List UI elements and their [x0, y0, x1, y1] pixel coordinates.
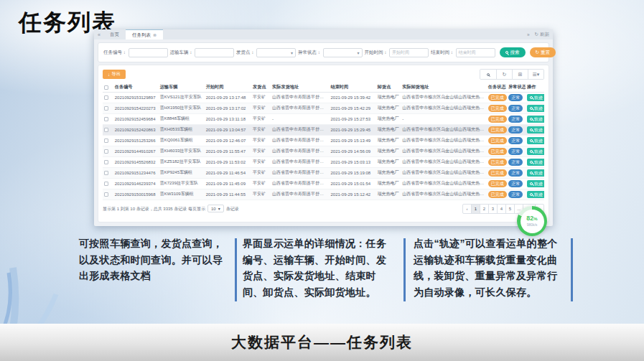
- status-badge: 已完成: [488, 148, 507, 155]
- gauge-value: 82%: [526, 215, 537, 222]
- status-badge: 已完成: [488, 137, 507, 144]
- columns-menu-icon[interactable]: ☰▾: [528, 70, 543, 79]
- note-detail-text: 界面显示运单的详细情况：任务编号、运输车辆、开始时间、发货点、实际发货地址、结束…: [243, 235, 395, 301]
- tab-task-list-label: 任务列表: [132, 30, 151, 40]
- table-row: 20210929144910267晋KH6033挂平安车队2021-09-29 …: [103, 146, 544, 156]
- column-header: 实际卸货地址: [401, 83, 487, 92]
- refresh-icon: ↻: [535, 32, 538, 37]
- vehicle-input[interactable]: [195, 48, 234, 57]
- abnormal-badge: 正常: [508, 126, 523, 133]
- divider: [403, 238, 406, 301]
- table-row: 20210929146239374晋K7239挂平安车队2021-09-29 1…: [103, 178, 544, 189]
- status-badge: 已完成: [488, 126, 507, 133]
- download-icon: ↓: [108, 72, 110, 77]
- status-badge: 已完成: [488, 94, 507, 101]
- track-button[interactable]: 轨迹: [527, 191, 544, 198]
- network-gauge[interactable]: 82% 980k/s: [517, 206, 547, 236]
- page-size-value: 10: [211, 207, 216, 211]
- note-detail: 界面显示运单的详细情况：任务编号、运输车辆、开始时间、发货点、实际发货地址、结束…: [243, 235, 395, 301]
- table-footer: 显示第 1 到第 10 条记录，总共 3335 条记录 每页显示10▾条记录 ‹…: [98, 200, 549, 217]
- table-head-row: 任务编号运输车辆开始时间发货点实际发货地址结束时间卸货点实际卸货地址任务状态异常…: [103, 83, 544, 92]
- column-header: 运输车辆: [159, 83, 205, 92]
- search-icon: [530, 118, 533, 121]
- gauge-subtext: 980k/s: [527, 222, 538, 227]
- status-badge: 已完成: [488, 105, 507, 112]
- column-header: 实际发货地址: [271, 83, 329, 92]
- expand-right-icon[interactable]: »: [527, 32, 530, 37]
- track-button[interactable]: 轨迹: [527, 159, 544, 166]
- search-icon: [530, 139, 533, 142]
- search-icon: [505, 51, 508, 54]
- toggle-view-icon[interactable]: ⊞: [512, 70, 528, 79]
- page-size-select[interactable]: 10▾: [207, 205, 224, 212]
- start-time-label: 开始时间：: [365, 50, 388, 56]
- table-row: 20210929152420863晋KH0533车辆组2021-09-29 13…: [103, 124, 544, 135]
- refresh-link[interactable]: ↻ 刷新: [535, 32, 549, 38]
- reset-icon: ↻: [536, 50, 539, 55]
- track-button[interactable]: 轨迹: [527, 116, 544, 123]
- track-button[interactable]: 轨迹: [527, 169, 544, 177]
- table-body: 20210929153129897晋KVS121挂平安车队2021-09-29 …: [103, 92, 544, 200]
- table-refresh-icon[interactable]: ↻: [496, 70, 512, 79]
- start-time-input[interactable]: 开始时间: [389, 48, 429, 57]
- column-header: 任务编号: [113, 83, 159, 92]
- end-time-label: 结束时间：: [431, 50, 454, 56]
- abnormal-badge: 正常: [508, 116, 523, 123]
- vehicle-label: 运输车辆：: [170, 50, 194, 56]
- search-icon: [530, 107, 533, 110]
- search-button[interactable]: 搜索: [500, 47, 526, 57]
- select-all-checkbox[interactable]: [104, 85, 108, 90]
- row-checkbox[interactable]: [104, 192, 108, 197]
- footer-banner: 大数据平台——任务列表: [0, 324, 644, 361]
- table-search-icon[interactable]: [480, 70, 496, 79]
- row-checkbox[interactable]: [104, 171, 108, 175]
- abnormal-select[interactable]: ▾: [323, 48, 363, 57]
- row-checkbox[interactable]: [104, 160, 108, 164]
- end-time-input[interactable]: 结束时间: [456, 48, 495, 57]
- origin-select[interactable]: ▾: [256, 48, 296, 57]
- search-button-label: 搜索: [510, 50, 520, 56]
- collapse-left-icon[interactable]: «: [98, 32, 101, 37]
- task-no-input[interactable]: [129, 48, 168, 57]
- track-button[interactable]: 轨迹: [527, 126, 544, 133]
- status-badge: 已完成: [488, 169, 507, 177]
- tab-task-list[interactable]: 任务列表 ⊗: [126, 29, 163, 39]
- status-badge: 已完成: [488, 116, 507, 123]
- table-row: 20210929152459684晋K8848车辆组2021-09-29 13:…: [103, 113, 544, 124]
- abnormal-label: 异常状态：: [298, 50, 322, 56]
- note-query: 可按照车辆查询，发货点查询，以及状态和时间查询。并可以导出形成表格文档: [79, 235, 227, 284]
- row-checkbox[interactable]: [104, 182, 108, 186]
- row-checkbox[interactable]: [104, 139, 108, 143]
- track-button[interactable]: 轨迹: [527, 148, 544, 155]
- column-header: 操作: [526, 83, 544, 92]
- track-button[interactable]: 轨迹: [527, 137, 544, 144]
- track-button[interactable]: 轨迹: [527, 94, 544, 101]
- note-query-text: 可按照车辆查询，发货点查询，以及状态和时间查询。并可以导出形成表格文档: [79, 235, 227, 284]
- export-button[interactable]: ↓ 导出: [103, 70, 126, 79]
- table-card: ↓ 导出 ↻ ⊞ ☰▾ 任务编号运输车辆开始时间发货点实际发货地址结束时间卸货点…: [98, 65, 549, 222]
- status-badge: 已完成: [488, 159, 507, 166]
- row-checkbox[interactable]: [104, 117, 108, 121]
- status-badge: 已完成: [488, 180, 507, 187]
- track-button[interactable]: 轨迹: [527, 105, 544, 112]
- abnormal-badge: 正常: [508, 180, 523, 187]
- table-row: 20210929153129897晋KVS121挂平安车队2021-09-29 …: [103, 92, 544, 103]
- close-tab-icon[interactable]: ⊗: [153, 30, 157, 40]
- row-checkbox[interactable]: [104, 106, 108, 111]
- record-summary-text: 显示第 1 到第 10 条记录，总共 3335 条记录 每页显示: [103, 207, 205, 211]
- table-row: 20210929145526832晋KZ5182挂平安车队2021-09-29 …: [103, 156, 544, 167]
- divider: [235, 238, 237, 301]
- tab-home[interactable]: 首页: [103, 29, 126, 39]
- abnormal-badge: 正常: [508, 191, 523, 198]
- table-toolbar: ↓ 导出 ↻ ⊞ ☰▾: [98, 65, 549, 83]
- track-button[interactable]: 轨迹: [527, 180, 544, 187]
- app-screenshot: « 首页 任务列表 ⊗ » ↻ 刷新 任务编号： 运输车辆： 发货点： ▾ 异常…: [94, 29, 553, 226]
- row-checkbox[interactable]: [104, 149, 108, 154]
- row-checkbox[interactable]: [104, 95, 108, 100]
- row-checkbox[interactable]: [104, 128, 108, 132]
- chevron-down-icon: ▾: [218, 206, 220, 211]
- search-icon: [530, 96, 533, 99]
- reset-button[interactable]: ↻ 重置: [530, 47, 556, 57]
- slide: 任务列表 « 首页 任务列表 ⊗ » ↻ 刷新 任务编号： 运输车辆： 发货点：: [0, 0, 644, 361]
- column-header: 异常状态: [507, 83, 526, 92]
